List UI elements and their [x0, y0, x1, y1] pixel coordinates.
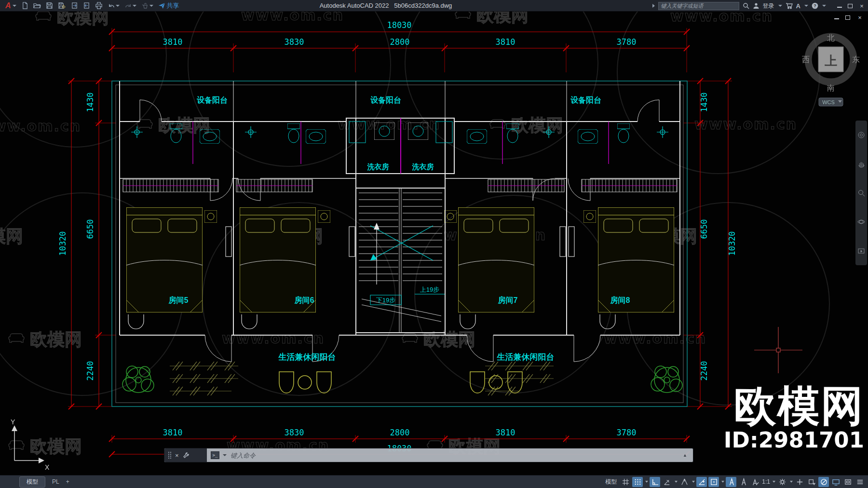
graphics-performance-button[interactable]	[830, 477, 841, 487]
nav-wheel-icon[interactable]	[857, 131, 865, 139]
redo-button[interactable]	[123, 1, 138, 10]
svg-text:设备阳台: 设备阳台	[370, 95, 401, 104]
label-equipment-balcony: 设备阳台	[196, 95, 228, 104]
osnap-menu-icon[interactable]	[721, 481, 724, 483]
annotation-scale-button[interactable]	[750, 477, 760, 487]
printer-icon	[95, 2, 103, 9]
svg-text:www.om.cn: www.om.cn	[0, 118, 81, 135]
expand-history-icon[interactable]: ▲	[683, 453, 689, 458]
viewcube-south[interactable]: 南	[827, 84, 835, 92]
quick-access-toolbar: A 共享	[0, 0, 181, 11]
svg-text:www.om.cn: www.om.cn	[694, 116, 797, 133]
account-button[interactable]	[753, 2, 760, 9]
svg-text:2240: 2240	[699, 361, 709, 381]
save-to-web-button[interactable]	[81, 1, 92, 10]
fullscreen-button[interactable]	[842, 477, 853, 487]
polar-menu-icon[interactable]	[675, 481, 678, 483]
pan-hand-icon[interactable]	[857, 160, 865, 168]
title-bar: A 共享 Autodesk AutoCAD 2022 5b06cd322dc9a…	[0, 0, 868, 12]
object-snap-tracking-toggle[interactable]	[696, 477, 707, 487]
save-button[interactable]	[44, 1, 54, 10]
svg-text:?: ?	[814, 3, 816, 8]
drawing-restore-button[interactable]	[845, 15, 850, 20]
svg-text:3830: 3830	[285, 428, 304, 437]
snap-toggle[interactable]	[632, 477, 643, 487]
svg-text:2240: 2240	[85, 361, 95, 381]
command-close-button[interactable]: ×	[175, 452, 179, 459]
minimize-button[interactable]	[837, 4, 842, 8]
tab-model[interactable]: 模型	[19, 476, 45, 488]
customization-menu-button[interactable]	[854, 477, 865, 487]
drawing-close-button[interactable]: ×	[856, 14, 863, 21]
help-search-input[interactable]	[658, 2, 739, 10]
autocad-logo-icon: A	[4, 2, 12, 10]
chevron-down-icon[interactable]	[778, 5, 782, 7]
collapse-search-icon[interactable]	[652, 4, 655, 8]
label-living-balcony: 生活兼休闲阳台	[278, 352, 336, 362]
workspace-plus-button[interactable]	[794, 477, 805, 487]
isodraft-menu-icon[interactable]	[692, 481, 695, 483]
clean-screen-toggle[interactable]	[818, 477, 829, 487]
scale-menu-icon[interactable]	[773, 481, 775, 483]
share-button[interactable]: 共享	[157, 0, 181, 11]
web-open-icon	[71, 2, 78, 9]
orbit-icon[interactable]	[857, 218, 865, 226]
autoscale-toggle[interactable]	[738, 477, 748, 487]
drawing-minimize-button[interactable]	[834, 16, 839, 19]
command-prompt-icon[interactable]: >_	[211, 451, 219, 459]
viewcube[interactable]: 上 北 西 东 南 WCS	[802, 34, 860, 106]
viewcube-north[interactable]: 北	[827, 34, 835, 42]
app-menu-button[interactable]: A	[3, 1, 18, 11]
isolate-objects-button[interactable]	[806, 477, 817, 487]
save-as-button[interactable]	[56, 1, 68, 10]
object-snap-toggle[interactable]	[708, 477, 719, 487]
polar-tracking-toggle[interactable]	[662, 477, 672, 487]
open-file-button[interactable]	[32, 1, 42, 10]
svg-text:3810: 3810	[496, 37, 515, 47]
viewcube-east[interactable]: 东	[852, 55, 860, 64]
zoom-icon[interactable]	[857, 189, 865, 197]
chevron-down-icon[interactable]	[804, 5, 808, 7]
maximize-button[interactable]	[848, 4, 853, 8]
open-from-web-button[interactable]	[69, 1, 80, 10]
command-input[interactable]	[230, 451, 680, 460]
search-button[interactable]	[743, 2, 749, 9]
plot-preview-button[interactable]	[140, 1, 155, 10]
current-scale-label[interactable]: 1:1	[762, 478, 770, 485]
new-layout-button[interactable]: +	[66, 478, 69, 485]
help-button[interactable]: ?	[812, 2, 818, 9]
command-bar-controls: ×	[164, 448, 207, 462]
grid-toggle[interactable]	[620, 477, 631, 487]
save-as-icon	[58, 2, 66, 9]
undo-button[interactable]	[106, 1, 121, 10]
customize-wrench-icon[interactable]	[183, 452, 190, 459]
recent-commands-icon[interactable]	[223, 454, 227, 456]
app-store-cart-button[interactable]	[786, 2, 793, 9]
chevron-down-icon[interactable]	[822, 5, 826, 7]
signin-label[interactable]: 登录	[763, 2, 774, 10]
drawing-canvas[interactable]: ×	[0, 12, 868, 475]
model-space-button[interactable]: 模型	[605, 478, 617, 486]
isodraft-toggle[interactable]	[679, 477, 690, 487]
label-room5: 房间5	[168, 296, 189, 304]
label-laundry: 洗衣房	[367, 163, 389, 171]
svg-text:3810: 3810	[163, 428, 183, 437]
viewcube-west[interactable]: 西	[802, 55, 810, 64]
showmotion-icon[interactable]	[857, 247, 865, 255]
snap-menu-icon[interactable]	[645, 481, 648, 483]
viewcube-up[interactable]: 上	[825, 54, 837, 68]
new-file-button[interactable]	[20, 1, 30, 10]
ortho-toggle[interactable]	[650, 477, 660, 487]
autodesk-app-button[interactable]: A	[796, 2, 800, 10]
settings-menu-icon[interactable]	[790, 481, 793, 483]
label-stairs-down: 下19步	[376, 297, 395, 304]
wcs-label[interactable]: WCS	[822, 99, 835, 105]
plot-button[interactable]	[94, 1, 104, 10]
close-button[interactable]: ×	[858, 2, 865, 9]
svg-text:2800: 2800	[390, 37, 410, 47]
tab-pl[interactable]: PL	[52, 478, 59, 485]
annotation-visibility-toggle[interactable]	[726, 477, 736, 487]
drag-grip-icon[interactable]	[168, 451, 171, 459]
annotation-settings-button[interactable]	[777, 477, 787, 487]
svg-text:www.om.cn: www.om.cn	[604, 330, 706, 347]
